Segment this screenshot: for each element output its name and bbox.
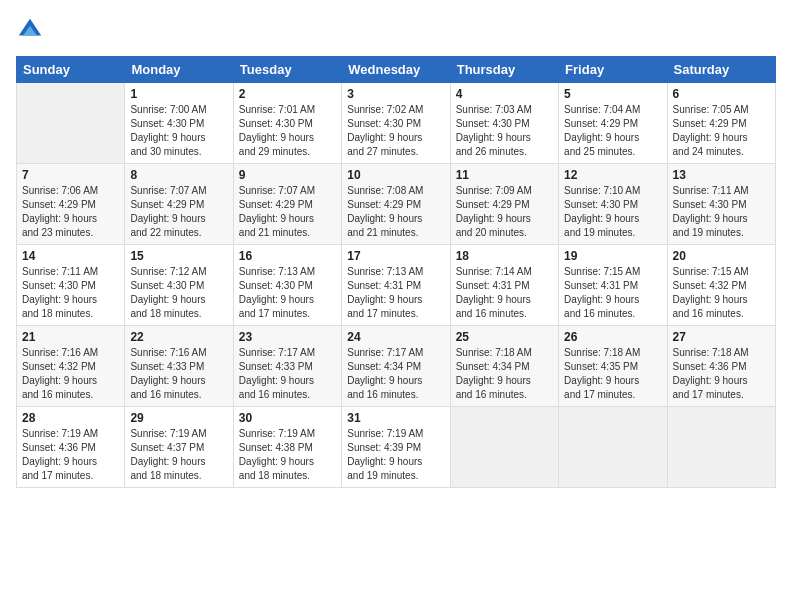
day-info: Sunrise: 7:06 AM Sunset: 4:29 PM Dayligh… xyxy=(22,184,119,240)
day-number: 18 xyxy=(456,249,553,263)
week-row-3: 14Sunrise: 7:11 AM Sunset: 4:30 PM Dayli… xyxy=(17,245,776,326)
day-cell: 20Sunrise: 7:15 AM Sunset: 4:32 PM Dayli… xyxy=(667,245,775,326)
day-cell: 28Sunrise: 7:19 AM Sunset: 4:36 PM Dayli… xyxy=(17,407,125,488)
day-number: 22 xyxy=(130,330,227,344)
day-info: Sunrise: 7:04 AM Sunset: 4:29 PM Dayligh… xyxy=(564,103,661,159)
day-info: Sunrise: 7:08 AM Sunset: 4:29 PM Dayligh… xyxy=(347,184,444,240)
weekday-header-thursday: Thursday xyxy=(450,57,558,83)
day-info: Sunrise: 7:18 AM Sunset: 4:35 PM Dayligh… xyxy=(564,346,661,402)
day-info: Sunrise: 7:14 AM Sunset: 4:31 PM Dayligh… xyxy=(456,265,553,321)
day-info: Sunrise: 7:16 AM Sunset: 4:32 PM Dayligh… xyxy=(22,346,119,402)
day-info: Sunrise: 7:01 AM Sunset: 4:30 PM Dayligh… xyxy=(239,103,336,159)
day-cell: 27Sunrise: 7:18 AM Sunset: 4:36 PM Dayli… xyxy=(667,326,775,407)
day-info: Sunrise: 7:19 AM Sunset: 4:36 PM Dayligh… xyxy=(22,427,119,483)
day-number: 14 xyxy=(22,249,119,263)
day-info: Sunrise: 7:16 AM Sunset: 4:33 PM Dayligh… xyxy=(130,346,227,402)
day-cell: 8Sunrise: 7:07 AM Sunset: 4:29 PM Daylig… xyxy=(125,164,233,245)
day-info: Sunrise: 7:11 AM Sunset: 4:30 PM Dayligh… xyxy=(673,184,770,240)
day-number: 21 xyxy=(22,330,119,344)
day-cell: 29Sunrise: 7:19 AM Sunset: 4:37 PM Dayli… xyxy=(125,407,233,488)
weekday-header-tuesday: Tuesday xyxy=(233,57,341,83)
day-number: 6 xyxy=(673,87,770,101)
day-number: 13 xyxy=(673,168,770,182)
day-cell: 26Sunrise: 7:18 AM Sunset: 4:35 PM Dayli… xyxy=(559,326,667,407)
day-info: Sunrise: 7:02 AM Sunset: 4:30 PM Dayligh… xyxy=(347,103,444,159)
day-cell: 16Sunrise: 7:13 AM Sunset: 4:30 PM Dayli… xyxy=(233,245,341,326)
day-number: 28 xyxy=(22,411,119,425)
day-cell: 3Sunrise: 7:02 AM Sunset: 4:30 PM Daylig… xyxy=(342,83,450,164)
day-info: Sunrise: 7:07 AM Sunset: 4:29 PM Dayligh… xyxy=(130,184,227,240)
day-cell: 18Sunrise: 7:14 AM Sunset: 4:31 PM Dayli… xyxy=(450,245,558,326)
day-info: Sunrise: 7:13 AM Sunset: 4:31 PM Dayligh… xyxy=(347,265,444,321)
day-info: Sunrise: 7:19 AM Sunset: 4:38 PM Dayligh… xyxy=(239,427,336,483)
day-info: Sunrise: 7:18 AM Sunset: 4:36 PM Dayligh… xyxy=(673,346,770,402)
day-number: 19 xyxy=(564,249,661,263)
day-cell xyxy=(17,83,125,164)
day-cell: 30Sunrise: 7:19 AM Sunset: 4:38 PM Dayli… xyxy=(233,407,341,488)
logo-icon xyxy=(16,16,44,44)
day-number: 27 xyxy=(673,330,770,344)
day-cell: 15Sunrise: 7:12 AM Sunset: 4:30 PM Dayli… xyxy=(125,245,233,326)
day-info: Sunrise: 7:05 AM Sunset: 4:29 PM Dayligh… xyxy=(673,103,770,159)
day-cell: 25Sunrise: 7:18 AM Sunset: 4:34 PM Dayli… xyxy=(450,326,558,407)
day-info: Sunrise: 7:12 AM Sunset: 4:30 PM Dayligh… xyxy=(130,265,227,321)
weekday-header-sunday: Sunday xyxy=(17,57,125,83)
weekday-header-monday: Monday xyxy=(125,57,233,83)
day-cell: 10Sunrise: 7:08 AM Sunset: 4:29 PM Dayli… xyxy=(342,164,450,245)
week-row-5: 28Sunrise: 7:19 AM Sunset: 4:36 PM Dayli… xyxy=(17,407,776,488)
day-number: 2 xyxy=(239,87,336,101)
day-cell xyxy=(450,407,558,488)
day-info: Sunrise: 7:09 AM Sunset: 4:29 PM Dayligh… xyxy=(456,184,553,240)
week-row-2: 7Sunrise: 7:06 AM Sunset: 4:29 PM Daylig… xyxy=(17,164,776,245)
day-cell: 21Sunrise: 7:16 AM Sunset: 4:32 PM Dayli… xyxy=(17,326,125,407)
day-info: Sunrise: 7:10 AM Sunset: 4:30 PM Dayligh… xyxy=(564,184,661,240)
weekday-header-row: SundayMondayTuesdayWednesdayThursdayFrid… xyxy=(17,57,776,83)
day-cell: 17Sunrise: 7:13 AM Sunset: 4:31 PM Dayli… xyxy=(342,245,450,326)
day-number: 25 xyxy=(456,330,553,344)
day-cell: 2Sunrise: 7:01 AM Sunset: 4:30 PM Daylig… xyxy=(233,83,341,164)
day-number: 12 xyxy=(564,168,661,182)
day-info: Sunrise: 7:15 AM Sunset: 4:31 PM Dayligh… xyxy=(564,265,661,321)
day-info: Sunrise: 7:17 AM Sunset: 4:33 PM Dayligh… xyxy=(239,346,336,402)
day-number: 8 xyxy=(130,168,227,182)
day-info: Sunrise: 7:03 AM Sunset: 4:30 PM Dayligh… xyxy=(456,103,553,159)
day-number: 4 xyxy=(456,87,553,101)
day-info: Sunrise: 7:19 AM Sunset: 4:39 PM Dayligh… xyxy=(347,427,444,483)
day-cell: 9Sunrise: 7:07 AM Sunset: 4:29 PM Daylig… xyxy=(233,164,341,245)
day-info: Sunrise: 7:13 AM Sunset: 4:30 PM Dayligh… xyxy=(239,265,336,321)
weekday-header-saturday: Saturday xyxy=(667,57,775,83)
day-number: 31 xyxy=(347,411,444,425)
day-info: Sunrise: 7:15 AM Sunset: 4:32 PM Dayligh… xyxy=(673,265,770,321)
day-cell: 6Sunrise: 7:05 AM Sunset: 4:29 PM Daylig… xyxy=(667,83,775,164)
day-cell xyxy=(667,407,775,488)
day-info: Sunrise: 7:07 AM Sunset: 4:29 PM Dayligh… xyxy=(239,184,336,240)
day-number: 16 xyxy=(239,249,336,263)
day-cell: 11Sunrise: 7:09 AM Sunset: 4:29 PM Dayli… xyxy=(450,164,558,245)
day-info: Sunrise: 7:18 AM Sunset: 4:34 PM Dayligh… xyxy=(456,346,553,402)
day-number: 15 xyxy=(130,249,227,263)
day-number: 24 xyxy=(347,330,444,344)
week-row-1: 1Sunrise: 7:00 AM Sunset: 4:30 PM Daylig… xyxy=(17,83,776,164)
logo xyxy=(16,16,48,44)
day-cell: 19Sunrise: 7:15 AM Sunset: 4:31 PM Dayli… xyxy=(559,245,667,326)
day-cell: 12Sunrise: 7:10 AM Sunset: 4:30 PM Dayli… xyxy=(559,164,667,245)
day-number: 11 xyxy=(456,168,553,182)
day-cell: 14Sunrise: 7:11 AM Sunset: 4:30 PM Dayli… xyxy=(17,245,125,326)
page-header xyxy=(16,16,776,44)
day-number: 10 xyxy=(347,168,444,182)
day-cell: 24Sunrise: 7:17 AM Sunset: 4:34 PM Dayli… xyxy=(342,326,450,407)
day-cell: 31Sunrise: 7:19 AM Sunset: 4:39 PM Dayli… xyxy=(342,407,450,488)
day-number: 17 xyxy=(347,249,444,263)
day-cell: 5Sunrise: 7:04 AM Sunset: 4:29 PM Daylig… xyxy=(559,83,667,164)
day-info: Sunrise: 7:17 AM Sunset: 4:34 PM Dayligh… xyxy=(347,346,444,402)
day-cell: 1Sunrise: 7:00 AM Sunset: 4:30 PM Daylig… xyxy=(125,83,233,164)
day-number: 23 xyxy=(239,330,336,344)
day-cell: 4Sunrise: 7:03 AM Sunset: 4:30 PM Daylig… xyxy=(450,83,558,164)
week-row-4: 21Sunrise: 7:16 AM Sunset: 4:32 PM Dayli… xyxy=(17,326,776,407)
day-info: Sunrise: 7:19 AM Sunset: 4:37 PM Dayligh… xyxy=(130,427,227,483)
day-number: 1 xyxy=(130,87,227,101)
day-number: 5 xyxy=(564,87,661,101)
weekday-header-friday: Friday xyxy=(559,57,667,83)
calendar: SundayMondayTuesdayWednesdayThursdayFrid… xyxy=(16,56,776,488)
day-number: 7 xyxy=(22,168,119,182)
